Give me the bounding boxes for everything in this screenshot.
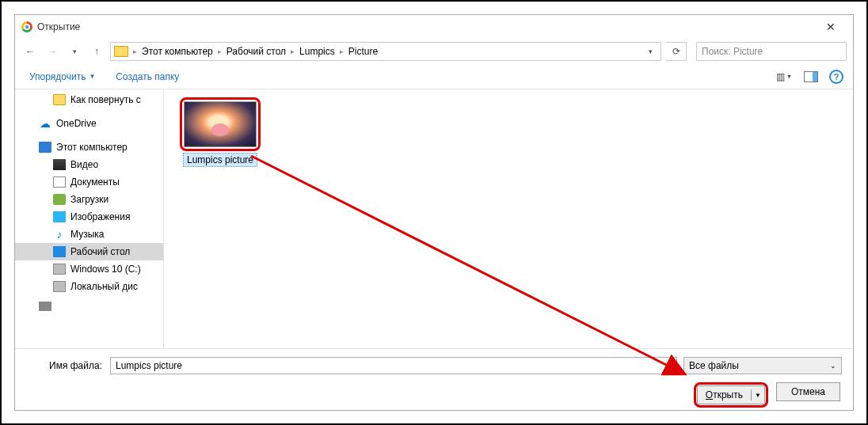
sidebar-item-label: Как повернуть с — [70, 94, 141, 105]
sidebar-item-music[interactable]: ♪Музыка — [15, 226, 163, 243]
chevron-right-icon: ▸ — [291, 47, 295, 55]
video-icon — [53, 159, 66, 170]
document-icon — [53, 176, 66, 188]
breadcrumb-item[interactable]: Lumpics — [296, 46, 338, 57]
file-label: Lumpics picture — [183, 153, 257, 167]
filter-label: Все файлы — [689, 360, 739, 371]
download-icon — [53, 194, 66, 205]
sidebar-item-label: Рабочий стол — [70, 246, 130, 257]
filename-input[interactable] — [110, 357, 677, 374]
folder-icon — [53, 94, 66, 105]
chevron-right-icon: ▸ — [218, 47, 222, 55]
sidebar-item-downloads[interactable]: Загрузки — [15, 191, 163, 208]
button-row: Открыть ▼ Отмена — [110, 382, 842, 408]
sidebar-item-label: Изображения — [70, 211, 130, 222]
open-button[interactable]: Открыть ▼ — [697, 385, 765, 404]
chevron-down-icon[interactable]: ▾ — [644, 47, 657, 55]
toolbar: Упорядочить ▼ Создать папку ▥ ▼ ? — [15, 64, 853, 89]
network-icon — [39, 302, 51, 311]
pc-icon — [39, 142, 51, 153]
drive-icon — [53, 281, 66, 292]
sidebar-item-label: Windows 10 (C:) — [70, 264, 141, 275]
navbar: ← → ▾ ↑ ▸ Этот компьютер ▸ Рабочий стол … — [15, 39, 853, 64]
up-button[interactable]: ↑ — [88, 43, 105, 60]
sidebar-item-pictures[interactable]: Изображения — [15, 208, 163, 226]
chevron-right-icon: ▸ — [340, 47, 344, 55]
filename-label: Имя файла: — [15, 360, 108, 371]
window-title: Открытие — [37, 21, 815, 32]
breadcrumb[interactable]: ▸ Этот компьютер ▸ Рабочий стол ▸ Lumpic… — [110, 42, 661, 61]
file-open-dialog: Открытие ✕ ← → ▾ ↑ ▸ Этот компьютер ▸ Ра… — [14, 14, 854, 411]
annotation-highlight — [180, 97, 261, 151]
annotation-highlight: Открыть ▼ — [694, 382, 768, 408]
sidebar-item-drive-c[interactable]: Windows 10 (C:) — [15, 260, 163, 278]
breadcrumb-item[interactable]: Рабочий стол — [223, 46, 289, 57]
dialog-footer: Имя файла: Все файлы ⌄ Открыть ▼ Отмена — [15, 348, 853, 410]
chevron-down-icon: ▼ — [89, 73, 95, 80]
view-mode-button[interactable]: ▥ ▼ — [775, 70, 793, 84]
close-button[interactable]: ✕ — [815, 21, 847, 33]
sidebar-item-label: Загрузки — [70, 194, 108, 205]
chrome-icon — [21, 21, 32, 32]
sidebar-item-label: OneDrive — [56, 118, 97, 129]
open-button-label: Открыть — [698, 389, 752, 400]
organize-label: Упорядочить — [29, 71, 86, 82]
onedrive-icon: ☁ — [39, 118, 51, 129]
folder-icon — [114, 46, 128, 57]
sidebar-item-desktop[interactable]: Рабочий стол — [15, 243, 163, 260]
chevron-right-icon: ▸ — [133, 47, 137, 55]
file-thumbnail — [184, 101, 257, 147]
pictures-icon — [53, 211, 66, 222]
preview-pane-button[interactable] — [804, 71, 818, 82]
drive-icon — [53, 264, 66, 275]
sidebar-item-network[interactable] — [15, 302, 163, 311]
breadcrumb-item[interactable]: Picture — [345, 46, 381, 57]
filename-row: Имя файла: Все файлы ⌄ — [110, 357, 842, 374]
organize-button[interactable]: Упорядочить ▼ — [25, 68, 100, 85]
file-item[interactable]: Lumpics picture — [180, 97, 261, 167]
cancel-button[interactable]: Отмена — [776, 382, 840, 401]
recent-dropdown[interactable]: ▾ — [66, 43, 83, 60]
new-folder-button[interactable]: Создать папку — [111, 68, 184, 85]
search-input[interactable]: Поиск: Picture — [696, 42, 847, 61]
desktop-icon — [53, 246, 66, 257]
forward-button[interactable]: → — [44, 43, 61, 60]
music-icon: ♪ — [53, 229, 66, 240]
titlebar: Открытие ✕ — [15, 15, 853, 39]
refresh-button[interactable]: ⟳ — [666, 42, 687, 61]
chevron-down-icon: ⌄ — [830, 362, 836, 370]
sidebar: Как повернуть с ☁OneDrive Этот компьютер… — [15, 89, 164, 348]
sidebar-item-local-disk[interactable]: Локальный дис — [15, 278, 163, 295]
search-placeholder: Поиск: Picture — [702, 46, 763, 57]
sidebar-item-label: Видео — [70, 159, 98, 170]
file-type-filter[interactable]: Все файлы ⌄ — [683, 357, 842, 374]
dialog-body: Как повернуть с ☁OneDrive Этот компьютер… — [15, 89, 853, 348]
sidebar-item-this-pc[interactable]: Этот компьютер — [15, 139, 163, 156]
chevron-down-icon[interactable]: ▼ — [752, 392, 764, 399]
sidebar-item-folder[interactable]: Как повернуть с — [15, 91, 163, 108]
file-list[interactable]: Lumpics picture — [164, 89, 853, 348]
help-button[interactable]: ? — [829, 70, 843, 84]
sidebar-item-videos[interactable]: Видео — [15, 156, 163, 173]
breadcrumb-item[interactable]: Этот компьютер — [139, 46, 216, 57]
sidebar-item-label: Документы — [70, 176, 120, 188]
sidebar-item-documents[interactable]: Документы — [15, 173, 163, 191]
back-button[interactable]: ← — [21, 43, 39, 60]
sidebar-item-label: Этот компьютер — [56, 142, 128, 153]
sidebar-item-label: Музыка — [70, 229, 104, 240]
sidebar-item-label: Локальный дис — [70, 281, 138, 292]
sidebar-item-onedrive[interactable]: ☁OneDrive — [15, 115, 163, 132]
